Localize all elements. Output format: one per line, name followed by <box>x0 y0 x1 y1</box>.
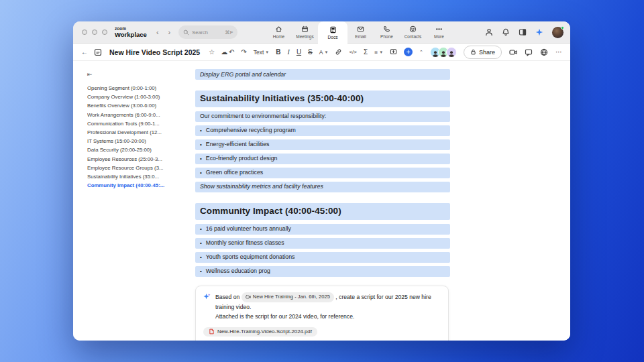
outline-item[interactable]: Opening Segment (0:00-1:00) <box>87 84 188 93</box>
docs-home-icon[interactable] <box>94 48 102 56</box>
insert-plus-button[interactable]: + <box>404 48 413 56</box>
toolbar-more-button[interactable]: ⋯ <box>555 49 562 56</box>
ai-prompt-text: Based on New Hire Training - Jan. 6th, 2… <box>215 292 441 321</box>
align-dropdown[interactable]: ≡▼ <box>374 49 383 56</box>
tab-docs[interactable]: Docs <box>318 21 347 44</box>
tab-more[interactable]: More <box>426 21 452 43</box>
lock-icon <box>470 49 476 55</box>
cloud-sync-icon: ☁ <box>221 49 227 56</box>
ai-sparkle-icon <box>203 293 211 300</box>
tab-label: Home <box>273 34 284 39</box>
nav-back-icon[interactable]: ‹ <box>156 28 159 36</box>
notifications-bell-icon[interactable] <box>502 28 510 36</box>
pdf-file-icon <box>209 328 215 335</box>
online-status-dot <box>561 26 564 29</box>
outline-item[interactable]: Employee Resource Groups (3... <box>87 164 188 172</box>
tab-label: Phone <box>380 34 393 39</box>
outline-item[interactable]: Employee Resources (25:00-3... <box>87 155 188 164</box>
doc-block-bullet[interactable]: Monthly senior fitness classes <box>195 238 450 249</box>
tab-label: Meetings <box>296 34 313 39</box>
outline-item[interactable]: Company Overview (1:00-3:00) <box>87 93 188 101</box>
close-window-button[interactable] <box>82 29 87 35</box>
tab-phone[interactable]: Phone <box>374 21 400 43</box>
tab-meetings[interactable]: Meetings <box>292 21 318 43</box>
formula-button[interactable]: Σ <box>364 49 368 56</box>
doc-block-italic[interactable]: Show sustainability metrics and facility… <box>195 182 450 192</box>
doc-blocks: Display ERG portal and calendarSustainab… <box>195 69 450 277</box>
doc-block-bullet[interactable]: Comprehensive recycling program <box>195 125 450 136</box>
doc-block-bullet[interactable]: Green office practices <box>195 168 450 178</box>
brand-workplace: Workplace <box>115 32 147 38</box>
outline-list: Opening Segment (0:00-1:00)Company Overv… <box>87 84 188 190</box>
collapse-toolbar-chevron[interactable]: ⌃ <box>419 50 423 54</box>
doc-block-para[interactable]: Our commitment to environmental responsi… <box>195 111 450 122</box>
user-avatar[interactable] <box>552 27 564 38</box>
doc-block-italic[interactable]: Display ERG portal and calendar <box>195 69 450 80</box>
app-tabs: HomeMeetingsDocsEmailPhoneContactsMore <box>266 21 452 43</box>
attachment-chip[interactable]: New-Hire-Training-Video-Script-2024.pdf <box>203 327 317 337</box>
doc-block-bullet[interactable]: Eco-friendly product design <box>195 154 450 164</box>
outline-item[interactable]: IT Systems (15:00-20:00) <box>87 137 188 145</box>
zoom-workplace-window: zoom Workplace ‹ › Search ⌘F HomeMeeting… <box>73 21 570 341</box>
nav-forward-icon[interactable]: › <box>168 28 171 36</box>
doc-canvas[interactable]: Display ERG portal and calendarSustainab… <box>192 61 570 341</box>
doc-block-bullet[interactable]: Youth sports equipment donations <box>195 252 450 263</box>
search-input[interactable]: Search ⌘F <box>178 25 237 39</box>
outline-sidebar: ⇤ Opening Segment (0:00-1:00)Company Ove… <box>73 61 192 341</box>
meeting-video-icon <box>246 294 251 300</box>
code-block-button[interactable]: </> <box>349 50 357 55</box>
web-globe-icon[interactable] <box>540 48 548 56</box>
doc-block-bullet[interactable]: Wellness education prog <box>195 266 450 277</box>
tab-contacts[interactable]: Contacts <box>400 21 426 43</box>
outline-item[interactable]: Communication Tools (9:00-1... <box>87 119 188 128</box>
doc-block-heading[interactable]: Community Impact (40:00-45:00) <box>195 203 450 220</box>
underline-button[interactable]: U <box>297 49 301 56</box>
tab-home[interactable]: Home <box>266 21 292 43</box>
outline-collapse-icon[interactable]: ⇤ <box>87 71 93 78</box>
search-icon <box>183 29 189 36</box>
doc-toolbar: ← New Hire Video Script 2025 ☆ ☁ ↶ ↷ Tex… <box>73 44 570 61</box>
profile-icon[interactable] <box>485 28 493 36</box>
zoom-window-button[interactable] <box>102 29 107 35</box>
meeting-chip[interactable]: New Hire Training - Jan. 6th, 2025 <box>241 292 334 302</box>
outline-item[interactable]: Community Impact (40:00-45:... <box>87 181 188 190</box>
doc-block-bullet[interactable]: 16 paid volunteer hours annually <box>195 224 450 235</box>
outline-item[interactable]: Work Arrangements (6:00-9:0... <box>87 111 188 119</box>
outline-item[interactable]: Benefits Overview (3:00-6:00) <box>87 101 188 110</box>
doc-block-heading[interactable]: Sustainability Initiatives (35:00-40:00) <box>195 90 450 107</box>
traffic-lights <box>82 29 107 35</box>
italic-button[interactable]: I <box>288 49 290 56</box>
doc-back-button[interactable]: ← <box>81 49 88 56</box>
prompt-line2: Attached is the script for our 2024 vide… <box>215 312 441 321</box>
link-icon[interactable] <box>335 48 342 56</box>
outline-item[interactable]: Sustainability Initiatives (35:0... <box>87 172 188 181</box>
collaborator-avatar[interactable] <box>446 47 457 58</box>
outline-item[interactable]: Data Security (20:00-25:00) <box>87 145 188 154</box>
outline-item[interactable]: Professional Development (12... <box>87 128 188 137</box>
text-style-dropdown[interactable]: Text▼ <box>254 49 270 56</box>
share-button[interactable]: Share <box>464 46 502 59</box>
favorite-star-icon[interactable]: ☆ <box>209 49 215 56</box>
redo-button[interactable]: ↷ <box>241 49 246 56</box>
sidebar-toggle-icon[interactable] <box>519 28 527 36</box>
chat-icon[interactable] <box>525 48 533 56</box>
home-icon <box>275 25 282 33</box>
doc-block-bullet[interactable]: Energy-efficient facilities <box>195 139 450 150</box>
ai-companion-card: Based on New Hire Training - Jan. 6th, 2… <box>195 286 449 341</box>
tab-label: Email <box>355 34 366 39</box>
video-call-icon[interactable] <box>509 48 517 56</box>
search-shortcut: ⌘F <box>225 29 233 36</box>
bold-button[interactable]: B <box>276 49 280 56</box>
text-color-button[interactable]: A▼ <box>319 49 329 56</box>
doc-icon <box>329 26 337 34</box>
mail-icon <box>357 25 364 33</box>
tab-label: Docs <box>328 35 338 40</box>
strikethrough-button[interactable]: S <box>308 49 313 56</box>
ai-companion-icon[interactable] <box>535 28 543 36</box>
comment-icon[interactable] <box>390 48 397 56</box>
contacts-icon <box>409 25 417 33</box>
undo-button[interactable]: ↶ <box>229 49 234 56</box>
tab-email[interactable]: Email <box>347 21 374 43</box>
tab-label: More <box>434 34 444 39</box>
minimize-window-button[interactable] <box>92 29 97 35</box>
